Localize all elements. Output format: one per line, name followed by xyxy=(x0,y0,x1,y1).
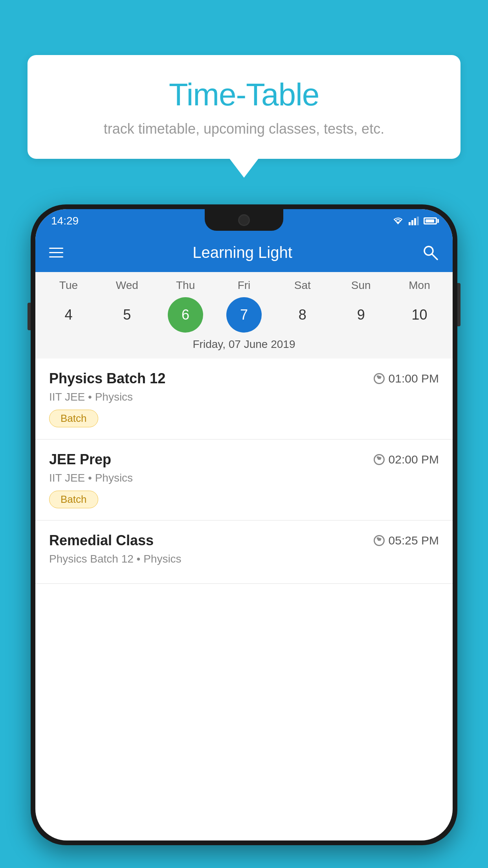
schedule-item-3[interactable]: Remedial Class 05:25 PM Physics Batch 12… xyxy=(35,520,453,584)
svg-line-5 xyxy=(432,254,437,259)
signal-icon xyxy=(409,217,419,225)
selected-date-label: Friday, 07 June 2019 xyxy=(35,338,453,354)
schedule-item-3-title: Remedial Class xyxy=(49,532,154,549)
schedule-item-2-header: JEE Prep 02:00 PM xyxy=(49,451,439,468)
schedule-item-1-subtitle: IIT JEE • Physics xyxy=(49,391,439,403)
day-headers: Tue Wed Thu Fri Sat Sun Mon xyxy=(35,279,453,292)
schedule-item-1[interactable]: Physics Batch 12 01:00 PM IIT JEE • Phys… xyxy=(35,359,453,440)
clock-icon-2 xyxy=(374,454,385,465)
svg-rect-3 xyxy=(417,217,419,225)
speech-bubble: Time-Table track timetable, upcoming cla… xyxy=(28,55,460,159)
schedule-item-1-title: Physics Batch 12 xyxy=(49,370,165,387)
phone-screen: 14:29 xyxy=(35,209,453,840)
schedule-item-2[interactable]: JEE Prep 02:00 PM IIT JEE • Physics Batc… xyxy=(35,440,453,520)
schedule-item-3-time-text: 05:25 PM xyxy=(389,534,439,547)
day-6-today[interactable]: 6 xyxy=(168,297,203,333)
app-bar: Learning Light xyxy=(35,233,453,272)
svg-rect-0 xyxy=(409,222,411,225)
svg-rect-2 xyxy=(414,218,416,225)
calendar-strip: Tue Wed Thu Fri Sat Sun Mon 4 5 6 7 8 9 … xyxy=(35,272,453,359)
clock-icon-3 xyxy=(374,535,385,546)
hamburger-line xyxy=(49,256,63,257)
power-button[interactable] xyxy=(457,283,460,326)
day-8[interactable]: 8 xyxy=(285,297,320,333)
day-header-thu: Thu xyxy=(162,279,209,292)
day-header-wed: Wed xyxy=(103,279,150,292)
speech-bubble-title: Time-Table xyxy=(51,77,437,113)
day-numbers: 4 5 6 7 8 9 10 xyxy=(35,297,453,333)
hamburger-line xyxy=(49,252,63,253)
schedule-item-3-time: 05:25 PM xyxy=(374,534,439,547)
status-time: 14:29 xyxy=(51,215,79,227)
schedule-item-3-header: Remedial Class 05:25 PM xyxy=(49,532,439,549)
search-icon xyxy=(422,244,439,261)
schedule-item-3-subtitle: Physics Batch 12 • Physics xyxy=(49,553,439,565)
hamburger-line xyxy=(49,248,63,249)
hamburger-menu-button[interactable] xyxy=(49,248,63,257)
schedule-item-2-time: 02:00 PM xyxy=(374,453,439,466)
day-header-sat: Sat xyxy=(279,279,326,292)
status-icons xyxy=(392,217,437,225)
phone-camera xyxy=(238,214,250,226)
day-header-tue: Tue xyxy=(45,279,92,292)
schedule-item-1-time: 01:00 PM xyxy=(374,372,439,385)
search-button[interactable] xyxy=(422,244,439,261)
schedule-list: Physics Batch 12 01:00 PM IIT JEE • Phys… xyxy=(35,359,453,584)
day-5[interactable]: 5 xyxy=(109,297,145,333)
schedule-item-1-time-text: 01:00 PM xyxy=(389,372,439,385)
speech-bubble-subtitle: track timetable, upcoming classes, tests… xyxy=(51,121,437,137)
day-header-mon: Mon xyxy=(396,279,443,292)
wifi-icon xyxy=(392,217,404,225)
schedule-item-1-header: Physics Batch 12 01:00 PM xyxy=(49,370,439,387)
app-title: Learning Light xyxy=(75,244,410,261)
battery-icon xyxy=(424,217,437,224)
volume-button[interactable] xyxy=(28,303,31,330)
day-10[interactable]: 10 xyxy=(402,297,437,333)
phone-notch xyxy=(205,209,283,231)
speech-bubble-container: Time-Table track timetable, upcoming cla… xyxy=(28,55,460,159)
schedule-item-1-badge: Batch xyxy=(49,410,98,427)
day-7-selected[interactable]: 7 xyxy=(226,297,262,333)
day-4[interactable]: 4 xyxy=(51,297,86,333)
schedule-item-2-time-text: 02:00 PM xyxy=(389,453,439,466)
schedule-item-2-badge: Batch xyxy=(49,491,98,508)
day-9[interactable]: 9 xyxy=(343,297,379,333)
day-header-sun: Sun xyxy=(338,279,385,292)
day-header-fri: Fri xyxy=(220,279,268,292)
schedule-item-2-title: JEE Prep xyxy=(49,451,111,468)
schedule-item-2-subtitle: IIT JEE • Physics xyxy=(49,472,439,484)
phone-outer: 14:29 xyxy=(31,204,457,845)
clock-icon-1 xyxy=(374,373,385,384)
phone-frame: 14:29 xyxy=(31,204,457,868)
svg-rect-1 xyxy=(411,220,413,225)
